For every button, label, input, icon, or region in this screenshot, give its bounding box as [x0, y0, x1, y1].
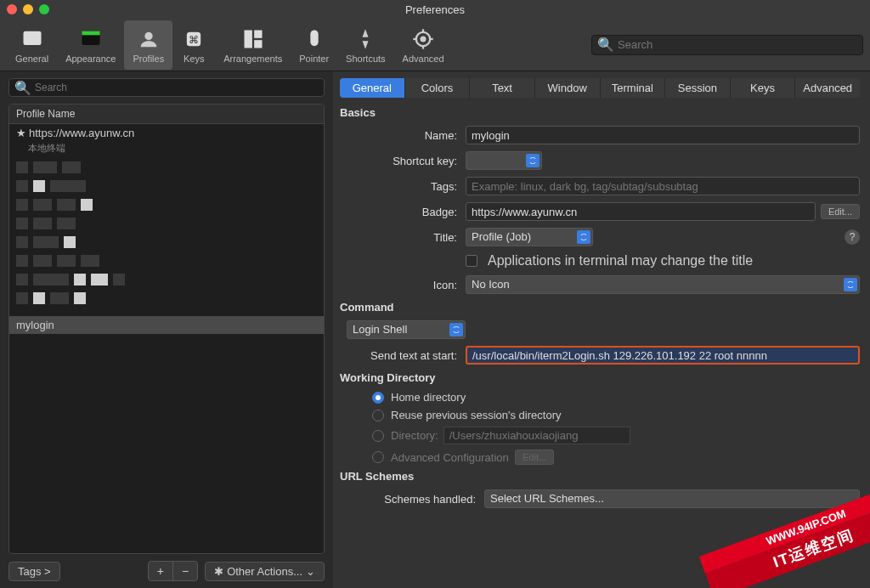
close-icon[interactable] [7, 4, 17, 14]
svg-rect-8 [254, 40, 262, 48]
svg-rect-7 [254, 30, 262, 37]
basics-heading: Basics [340, 106, 860, 119]
add-profile-button[interactable]: + [149, 562, 173, 580]
chevron-down-icon [526, 154, 540, 167]
window-title: Preferences [405, 3, 465, 16]
chevron-down-icon [844, 278, 857, 291]
toolbar: General Appearance Profiles ⌘ Keys Arran… [0, 19, 870, 71]
toolbar-profiles[interactable]: Profiles [124, 20, 172, 70]
toolbar-general[interactable]: General [7, 20, 57, 70]
radio-advanced[interactable]: Advanced Configuration Edit... [372, 449, 860, 465]
remove-profile-button[interactable]: − [173, 562, 197, 580]
other-actions-button[interactable]: ✱ Other Actions... ⌄ [205, 562, 325, 581]
pointer-icon [302, 26, 327, 52]
toolbar-arrangements[interactable]: Arrangements [215, 20, 291, 70]
svg-point-11 [421, 36, 427, 42]
radio-icon [372, 410, 384, 421]
profiles-icon [136, 26, 161, 52]
radio-icon [372, 430, 384, 442]
directory-field [443, 427, 630, 444]
toolbar-keys[interactable]: ⌘ Keys [172, 20, 215, 70]
send-text-label: Send text at start: [340, 349, 466, 362]
profile-search-input[interactable] [35, 82, 319, 93]
appearance-icon [78, 26, 104, 52]
badge-edit-button[interactable]: Edit... [821, 204, 860, 219]
profile-item-mylogin[interactable]: mylogin [9, 316, 324, 334]
tab-window[interactable]: Window [535, 78, 601, 98]
tab-session[interactable]: Session [665, 78, 731, 98]
toolbar-search[interactable]: 🔍 [591, 35, 863, 55]
arrangements-icon [240, 26, 266, 52]
tab-general[interactable]: General [340, 78, 405, 98]
toolbar-search-input[interactable] [618, 38, 857, 51]
radio-home[interactable]: Home directory [372, 391, 860, 404]
send-text-field[interactable] [466, 346, 860, 365]
radio-reuse[interactable]: Reuse previous session's directory [372, 409, 860, 421]
name-label: Name: [340, 129, 466, 142]
profile-list-header: Profile Name [9, 105, 324, 124]
toolbar-appearance[interactable]: Appearance [57, 20, 124, 70]
star-icon: ★ [16, 127, 26, 139]
shortcut-select[interactable] [466, 151, 542, 170]
svg-rect-9 [310, 30, 318, 46]
apps-change-checkbox[interactable] [466, 255, 477, 267]
schemes-label: Schemes handled: [340, 493, 484, 506]
svg-rect-0 [23, 31, 41, 44]
profile-settings: General Colors Text Window Terminal Sess… [333, 71, 870, 588]
badge-field[interactable] [466, 202, 816, 221]
gear-icon: ✱ [214, 565, 223, 578]
command-shell-select[interactable]: Login Shell [347, 320, 466, 339]
title-label: Title: [340, 231, 466, 244]
workdir-heading: Working Directory [340, 371, 860, 384]
general-icon [20, 26, 45, 52]
gear-icon [410, 26, 436, 52]
shortcut-label: Shortcut key: [340, 155, 466, 167]
badge-label: Badge: [340, 206, 466, 218]
radio-directory[interactable]: Directory: [372, 427, 860, 444]
toolbar-pointer[interactable]: Pointer [291, 20, 337, 70]
search-icon: 🔍 [597, 37, 614, 53]
radio-icon [372, 451, 384, 463]
maximize-icon[interactable] [39, 4, 49, 14]
svg-rect-2 [82, 31, 99, 35]
keys-icon: ⌘ [181, 26, 206, 52]
name-field[interactable] [466, 126, 860, 144]
radio-icon [372, 392, 384, 404]
chevron-down-icon: ⌄ [306, 565, 315, 578]
icon-select[interactable]: No Icon [466, 275, 860, 294]
search-icon: 🔍 [14, 80, 31, 96]
shortcuts-icon [353, 26, 378, 52]
svg-point-3 [144, 31, 152, 39]
profile-item-default[interactable]: ★https://www.ayunw.cn [9, 124, 324, 142]
svg-rect-6 [244, 30, 251, 48]
tab-terminal[interactable]: Terminal [601, 78, 666, 98]
command-heading: Command [340, 301, 860, 314]
profiles-sidebar: 🔍 Profile Name ★https://www.ayunw.cn 本地终… [0, 71, 333, 588]
profile-search[interactable]: 🔍 [8, 78, 325, 97]
tab-advanced[interactable]: Advanced [795, 78, 860, 98]
toolbar-advanced[interactable]: Advanced [394, 20, 453, 70]
icon-label: Icon: [340, 279, 466, 291]
profile-tabs: General Colors Text Window Terminal Sess… [340, 78, 860, 98]
tags-field[interactable] [466, 177, 860, 195]
apps-change-label: Applications in terminal may change the … [488, 253, 753, 269]
tab-text[interactable]: Text [470, 78, 535, 98]
svg-text:⌘: ⌘ [189, 33, 199, 44]
url-heading: URL Schemes [340, 470, 860, 483]
title-select[interactable]: Profile (Job) [466, 228, 593, 246]
window-controls [7, 4, 49, 14]
toolbar-shortcuts[interactable]: Shortcuts [337, 20, 393, 70]
workdir-edit-button: Edit... [515, 449, 554, 465]
chevron-down-icon [449, 323, 463, 336]
profile-subtitle: 本地终端 [9, 142, 324, 156]
tab-keys[interactable]: Keys [731, 78, 796, 98]
tags-button[interactable]: Tags > [8, 562, 60, 581]
help-icon[interactable]: ? [845, 229, 860, 245]
profile-list: Profile Name ★https://www.ayunw.cn 本地终端 [8, 104, 325, 554]
tab-colors[interactable]: Colors [405, 78, 471, 98]
tags-label: Tags: [340, 180, 466, 193]
chevron-down-icon [577, 230, 590, 244]
minimize-icon[interactable] [23, 4, 33, 14]
redacted-profiles [9, 156, 324, 316]
schemes-select[interactable]: Select URL Schemes... [484, 489, 860, 508]
